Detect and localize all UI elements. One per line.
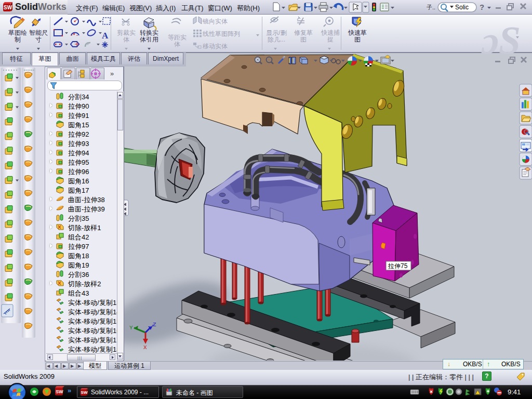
svg-text:拉伸75: 拉伸75 xyxy=(388,262,408,270)
svg-text:⼦..: ⼦.. xyxy=(427,4,435,10)
svg-text:Solic: Solic xyxy=(455,4,469,11)
svg-text:SW: SW xyxy=(4,5,12,10)
svg-text:?: ? xyxy=(480,3,484,11)
svg-text:A: A xyxy=(102,31,109,41)
svg-text:SW: SW xyxy=(56,389,63,394)
svg-text:»: » xyxy=(68,387,71,394)
svg-text:Y: Y xyxy=(129,325,133,331)
svg-text:Z: Z xyxy=(153,322,156,328)
svg-text:X: X xyxy=(143,344,147,351)
svg-text:SW: SW xyxy=(81,390,88,395)
